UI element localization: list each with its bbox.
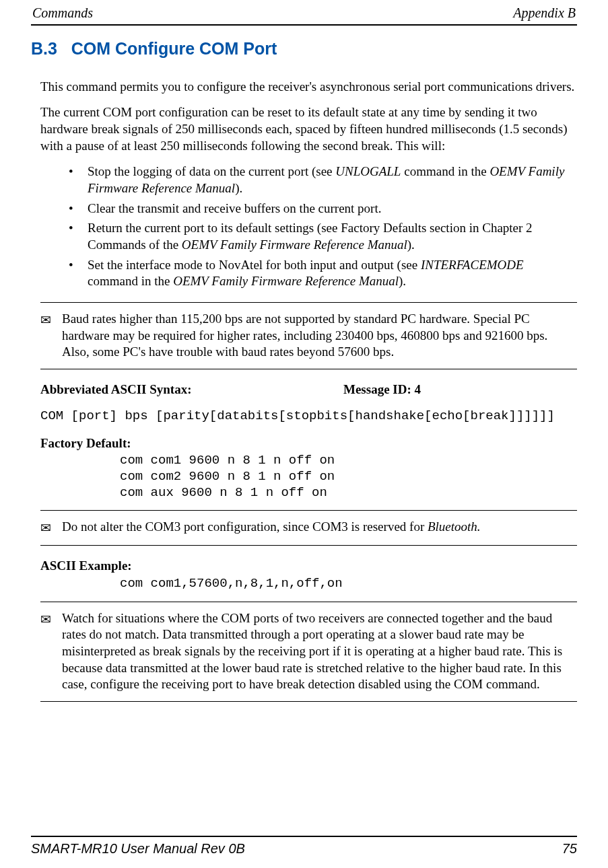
ascii-example-block: com com1,57600,n,8,1,n,off,on [120, 576, 577, 592]
bullet-item-3: Return the current port to its default s… [65, 220, 577, 253]
syntax-label: Abbreviated ASCII Syntax: [40, 382, 343, 398]
note-3-text: Watch for situations where the COM ports… [62, 610, 577, 693]
header-right: Appendix B [513, 4, 576, 22]
divider [40, 545, 577, 546]
note-2-text: Do not alter the COM3 port configuration… [62, 519, 577, 537]
section-name: COM Configure COM Port [71, 39, 277, 58]
page-header: Commands Appendix B [31, 4, 577, 26]
note-3: ✉ Watch for situations where the COM por… [40, 608, 577, 696]
envelope-icon: ✉ [40, 519, 62, 537]
divider [40, 602, 577, 602]
syntax-header: Abbreviated ASCII Syntax: Message ID: 4 [40, 382, 577, 398]
note-2: ✉ Do not alter the COM3 port configurati… [40, 516, 577, 540]
ascii-example-label: ASCII Example: [40, 558, 577, 575]
bullet-list: Stop the logging of data on the current … [65, 164, 577, 290]
envelope-icon: ✉ [40, 311, 62, 361]
factory-default-label: Factory Default: [40, 435, 577, 452]
message-id: Message ID: 4 [343, 382, 421, 398]
footer-left: SMART-MR10 User Manual Rev 0B [31, 840, 245, 857]
bullet-item-4: Set the interface mode to NovAtel for bo… [65, 257, 577, 290]
divider [40, 369, 577, 369]
page-footer: SMART-MR10 User Manual Rev 0B 75 [31, 836, 577, 857]
divider [40, 302, 577, 303]
note-1-text: Baud rates higher than 115,200 bps are n… [62, 311, 577, 361]
envelope-icon: ✉ [40, 610, 62, 693]
bullet-item-2: Clear the transmit and receive buffers o… [65, 201, 577, 217]
syntax-line: COM [port] bps [parity[databits[stopbits… [40, 408, 577, 425]
section-number: B.3 [31, 39, 57, 58]
header-left: Commands [32, 4, 93, 22]
intro-paragraph-1: This command permits you to configure th… [40, 79, 577, 96]
intro-paragraph-2: The current COM port configuration can b… [40, 104, 577, 154]
factory-default-block: com com1 9600 n 8 1 n off on com com2 96… [120, 453, 577, 501]
divider [40, 510, 577, 511]
bullet-item-1: Stop the logging of data on the current … [65, 164, 577, 196]
page-number: 75 [562, 840, 577, 857]
divider [40, 701, 577, 702]
section-title: B.3 COM Configure COM Port [31, 38, 577, 60]
note-1: ✉ Baud rates higher than 115,200 bps are… [40, 308, 577, 363]
